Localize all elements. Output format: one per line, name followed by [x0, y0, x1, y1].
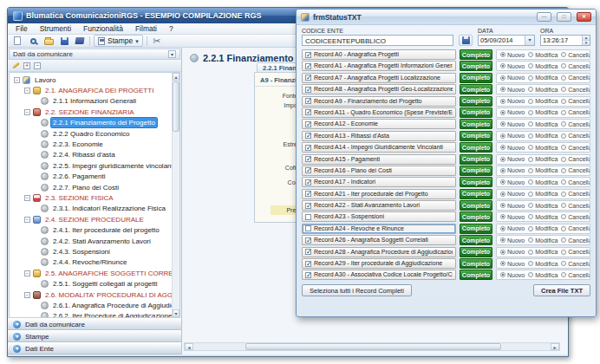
- radio-nuovo[interactable]: Nuovo: [500, 203, 525, 209]
- checkbox-icon[interactable]: [305, 133, 311, 139]
- completo-button[interactable]: Completo: [460, 84, 492, 94]
- radio-modifica[interactable]: Modifica: [528, 52, 558, 58]
- record-checkbox-field[interactable]: Record A11 - Quadro Economico (Spese Pre…: [302, 107, 456, 118]
- stampe-dropdown-button[interactable]: Stampe ▾: [94, 35, 143, 47]
- expander-icon[interactable]: −: [24, 292, 30, 298]
- completo-button[interactable]: Completo: [460, 142, 492, 153]
- spin-down-icon[interactable]: ▾: [583, 40, 590, 45]
- checkbox-icon[interactable]: [305, 261, 311, 267]
- chevron-down-icon[interactable]: ▾: [525, 36, 534, 45]
- radio-modifica[interactable]: Modifica: [528, 98, 558, 104]
- radio-nuovo[interactable]: Nuovo: [500, 133, 525, 139]
- radio-nuovo[interactable]: Nuovo: [500, 145, 525, 151]
- tree-item[interactable]: − 2.2.4. Ribassi d'asta: [10, 150, 179, 160]
- expander-icon[interactable]: −: [24, 195, 30, 201]
- radio-modifica[interactable]: Modifica: [528, 261, 558, 267]
- close-button[interactable]: ✕: [577, 12, 591, 22]
- record-checkbox-field[interactable]: Record A13 - Ribassi d'Asta: [302, 131, 456, 141]
- radio-cancella[interactable]: Cancella: [561, 109, 590, 115]
- radio-nuovo[interactable]: Nuovo: [500, 121, 525, 127]
- checkbox-icon[interactable]: [305, 272, 311, 278]
- content-horizontal-scrollbar[interactable]: ◂ ▸: [184, 342, 560, 351]
- radio-nuovo[interactable]: Nuovo: [500, 52, 525, 58]
- radio-nuovo[interactable]: Nuovo: [500, 237, 525, 244]
- radio-cancella[interactable]: Cancella: [561, 261, 590, 267]
- key-icon[interactable]: [12, 62, 20, 68]
- scroll-up-icon[interactable]: ▴: [173, 73, 179, 81]
- scroll-right-icon[interactable]: ▸: [551, 343, 559, 350]
- radio-modifica[interactable]: Modifica: [528, 133, 558, 139]
- record-checkbox-field[interactable]: Record A12 - Economie: [302, 119, 456, 129]
- open-button[interactable]: [42, 36, 55, 47]
- completo-button[interactable]: Completo: [460, 61, 492, 71]
- tree-item[interactable]: − 2.5. ANAGRAFICHE SOGGETTI CORRELATI: [10, 268, 179, 278]
- menu-item[interactable]: File: [10, 24, 33, 33]
- cut-button[interactable]: ✂: [151, 36, 163, 47]
- minimize-button[interactable]: —: [537, 12, 551, 22]
- radio-modifica[interactable]: Modifica: [528, 249, 558, 255]
- completo-button[interactable]: Completo: [460, 131, 492, 141]
- codice-ente-input[interactable]: CODICEENTEPUBBLICO: [302, 35, 453, 46]
- tree-item[interactable]: − 2.4.2. Stati Avanzamento Lavori: [10, 236, 179, 246]
- collapse-all-icon[interactable]: −: [34, 62, 41, 69]
- completo-button[interactable]: Completo: [460, 107, 492, 118]
- checkbox-icon[interactable]: [305, 75, 311, 81]
- menu-item[interactable]: Funzionalità: [78, 24, 128, 33]
- radio-nuovo[interactable]: Nuovo: [500, 75, 525, 81]
- record-checkbox-field[interactable]: Record A15 - Pagamenti: [302, 154, 456, 165]
- checkbox-icon[interactable]: [305, 156, 311, 162]
- record-checkbox-field[interactable]: Record A9 - Finanziamento del Progetto: [302, 96, 456, 107]
- record-checkbox-field[interactable]: Record A16 - Piano dei Costi: [302, 166, 456, 176]
- expander-icon[interactable]: −: [24, 270, 30, 276]
- radio-nuovo[interactable]: Nuovo: [500, 167, 525, 173]
- radio-modifica[interactable]: Modifica: [528, 145, 558, 151]
- tree-item[interactable]: − 2.2.1 Finanziamento del Progetto: [10, 118, 179, 128]
- radio-cancella[interactable]: Cancella: [561, 191, 590, 197]
- accordion-bar[interactable]: Dati da comunicare: [8, 318, 181, 330]
- checkbox-icon[interactable]: [305, 109, 311, 115]
- radio-modifica[interactable]: Modifica: [528, 156, 558, 162]
- radio-modifica[interactable]: Modifica: [528, 237, 558, 244]
- completo-button[interactable]: Completo: [460, 200, 492, 211]
- radio-nuovo[interactable]: Nuovo: [500, 156, 525, 162]
- radio-modifica[interactable]: Modifica: [528, 203, 558, 209]
- radio-nuovo[interactable]: Nuovo: [500, 225, 525, 231]
- completo-button[interactable]: Completo: [460, 73, 492, 83]
- radio-cancella[interactable]: Cancella: [561, 272, 590, 278]
- completo-button[interactable]: Completo: [460, 96, 492, 107]
- spinner-buttons[interactable]: ▴ ▾: [582, 36, 590, 45]
- expander-icon[interactable]: −: [24, 109, 30, 115]
- menu-item[interactable]: Filmati: [130, 24, 162, 33]
- checkbox-icon[interactable]: [305, 167, 311, 173]
- tree-item[interactable]: − 2.2.6. Pagamenti: [10, 172, 179, 182]
- expander-icon[interactable]: −: [24, 217, 30, 223]
- tree-item[interactable]: − 2.1. ANAGRAFICA DEI PROGETTI: [10, 85, 179, 95]
- checkbox-icon[interactable]: [305, 87, 311, 93]
- record-checkbox-field[interactable]: Record A24 - Revoche e Rinunce: [302, 224, 456, 234]
- radio-modifica[interactable]: Modifica: [528, 121, 558, 127]
- radio-cancella[interactable]: Cancella: [561, 237, 590, 244]
- completo-button[interactable]: Completo: [460, 211, 492, 222]
- expand-all-icon[interactable]: +: [23, 62, 30, 69]
- tree-item[interactable]: − 2.4. SEZIONE PROCEDURALE: [10, 214, 179, 224]
- radio-modifica[interactable]: Modifica: [528, 63, 558, 69]
- print-button[interactable]: [74, 36, 86, 47]
- tree-item[interactable]: − 2.2.2 Quadro Economico: [10, 128, 179, 139]
- radio-nuovo[interactable]: Nuovo: [500, 63, 525, 69]
- record-checkbox-field[interactable]: Record A23 - Sospensioni: [302, 211, 456, 222]
- menu-item[interactable]: Strumenti: [35, 24, 76, 33]
- tree-item[interactable]: − 2.4.1. Iter procedurale del progetto: [10, 224, 179, 235]
- tree-item[interactable]: − Lavoro: [10, 75, 179, 85]
- radio-cancella[interactable]: Cancella: [561, 225, 590, 231]
- record-checkbox-field[interactable]: Record A1 - Anagrafica Progetti Informaz…: [302, 61, 456, 71]
- checkbox-icon[interactable]: [305, 98, 311, 104]
- radio-modifica[interactable]: Modifica: [528, 272, 558, 278]
- radio-nuovo[interactable]: Nuovo: [500, 109, 525, 115]
- create-txt-file-button[interactable]: Crea File TXT: [533, 284, 590, 296]
- radio-modifica[interactable]: Modifica: [528, 225, 558, 231]
- tree-item[interactable]: − 2.3.1. Indicatori Realizzazione Fisica: [10, 204, 179, 214]
- tree-item[interactable]: − 2.4.3. Sospensioni: [10, 246, 179, 257]
- radio-cancella[interactable]: Cancella: [561, 249, 590, 255]
- tree-item[interactable]: − 2.2.3. Economie: [10, 139, 179, 149]
- tree-item[interactable]: − 2.5.1. Soggetti collegati ai progetti: [10, 278, 179, 289]
